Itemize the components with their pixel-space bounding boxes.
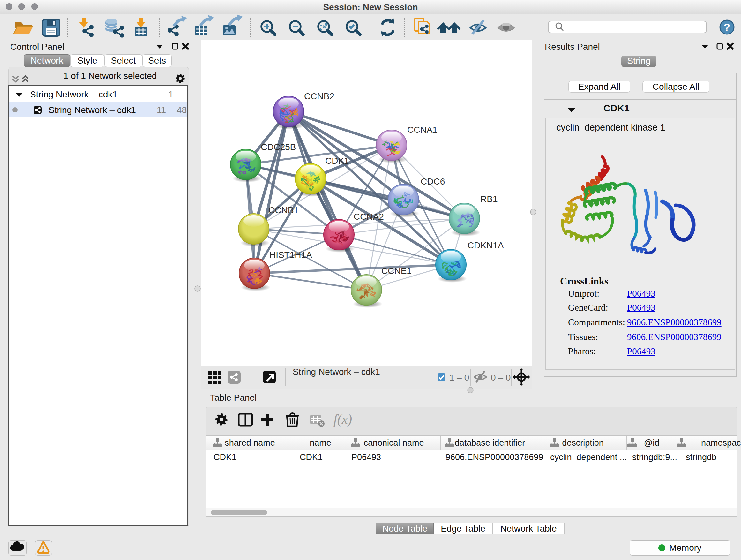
svg-text:?: ? [724,21,731,33]
svg-text:CDC25B: CDC25B [261,142,296,152]
svg-text:HIST1H1A: HIST1H1A [269,250,312,260]
svg-text:CCNE1: CCNE1 [381,266,412,276]
svg-text:f(x): f(x) [333,412,352,427]
svg-text:0 – 0: 0 – 0 [491,373,511,382]
svg-text:CCNA1: CCNA1 [407,125,437,135]
svg-text:1 – 0: 1 – 0 [449,373,469,382]
svg-text:CCNB2: CCNB2 [304,91,334,101]
svg-text:CCNA2: CCNA2 [354,212,384,222]
svg-text:RB1: RB1 [480,194,497,204]
svg-text:CDC6: CDC6 [421,177,445,186]
svg-text:CDK1: CDK1 [325,156,349,166]
svg-text:CCNB1: CCNB1 [268,205,299,215]
svg-text:CDKN1A: CDKN1A [468,240,504,250]
